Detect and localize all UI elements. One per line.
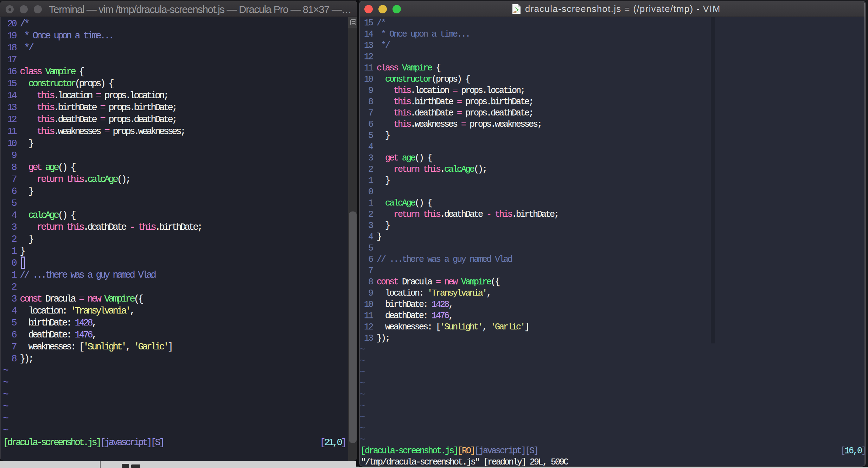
- svg-text:JS: JS: [513, 10, 517, 14]
